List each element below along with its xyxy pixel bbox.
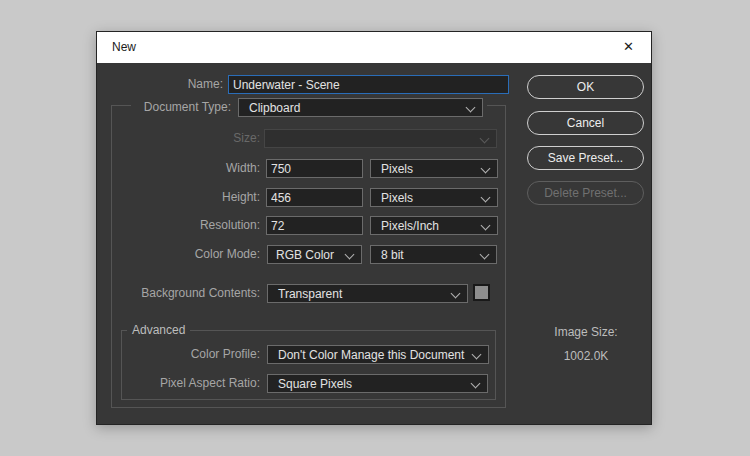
pixel-aspect-ratio-select[interactable]: Square Pixels [267,374,488,393]
document-type-value: Clipboard [249,101,300,115]
color-profile-value: Don't Color Manage this Document [278,348,464,362]
chevron-down-icon [472,350,482,360]
height-unit-select[interactable]: Pixels [370,188,498,207]
background-contents-label: Background Contents: [97,284,260,303]
chevron-down-icon [471,379,481,389]
chevron-down-icon [480,134,490,144]
color-profile-select[interactable]: Don't Color Manage this Document [267,345,489,364]
name-input[interactable] [228,75,509,94]
color-profile-label: Color Profile: [97,345,260,364]
resolution-unit-value: Pixels/Inch [381,219,439,233]
resolution-input[interactable] [266,216,363,235]
height-input[interactable] [266,188,363,207]
delete-preset-button: Delete Preset... [527,181,644,205]
background-color-swatch[interactable] [473,284,490,301]
background-contents-select[interactable]: Transparent [267,284,468,303]
bit-depth-value: 8 bit [381,248,404,262]
size-label: Size: [97,129,260,148]
height-label: Height: [97,188,260,207]
chevron-down-icon [466,103,476,113]
color-mode-label: Color Mode: [97,245,260,264]
image-size-value: 1002.0K [521,344,651,368]
resolution-unit-select[interactable]: Pixels/Inch [370,216,498,235]
height-unit-value: Pixels [381,191,413,205]
document-type-select[interactable]: Clipboard [238,98,483,117]
cancel-button[interactable]: Cancel [527,111,644,135]
chevron-down-icon [481,221,491,231]
image-size-info: Image Size: 1002.0K [521,320,651,368]
width-label: Width: [97,159,260,178]
color-mode-value: RGB Color [276,248,334,262]
chevron-down-icon [481,164,491,174]
pixel-aspect-ratio-label: Pixel Aspect Ratio: [97,374,260,393]
close-icon[interactable]: ✕ [619,32,638,63]
document-type-label: Document Type: [131,98,231,117]
width-unit-value: Pixels [381,162,413,176]
bit-depth-select[interactable]: 8 bit [370,245,497,264]
image-size-label: Image Size: [521,320,651,344]
pixel-aspect-ratio-value: Square Pixels [278,377,352,391]
chevron-down-icon [451,289,461,299]
width-input[interactable] [266,159,363,178]
dialog-title: New [112,32,136,63]
save-preset-button[interactable]: Save Preset... [527,146,644,170]
ok-button[interactable]: OK [527,75,644,99]
new-document-dialog: New ✕ Name: Document Type: Clipboard Siz… [96,31,652,425]
size-select [264,129,497,148]
document-type-row: Document Type: Clipboard [131,96,487,119]
chevron-down-icon [480,250,490,260]
background-contents-value: Transparent [278,287,342,301]
name-label: Name: [97,75,223,94]
desktop-background: { "window": { "title": "New", "close_ico… [0,0,750,456]
chevron-down-icon [345,250,355,260]
title-bar[interactable]: New ✕ [97,32,651,63]
width-unit-select[interactable]: Pixels [370,159,498,178]
chevron-down-icon [481,193,491,203]
advanced-legend: Advanced [127,323,190,337]
color-mode-select[interactable]: RGB Color [267,245,362,264]
resolution-label: Resolution: [97,216,260,235]
